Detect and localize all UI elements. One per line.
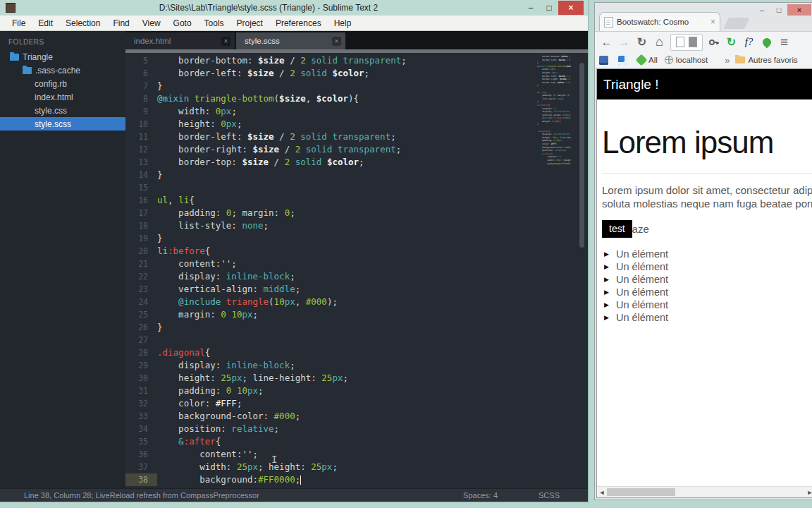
close-button[interactable]: × <box>558 1 584 15</box>
sidebar-item-style-scss[interactable]: style.scss <box>0 117 125 131</box>
line-number: 37 <box>125 461 157 473</box>
line-number: 32 <box>125 397 157 410</box>
sidebar-item-sass-cache[interactable]: .sass-cache <box>0 64 125 77</box>
minimize-button[interactable]: – <box>522 1 540 14</box>
code-line-16: 16ul, li{ <box>125 194 588 207</box>
line-number: 19 <box>125 232 157 245</box>
browser-minimize-button[interactable]: – <box>753 4 770 16</box>
code-lines: 5 border-bottom: $size / 2 solid transpa… <box>125 54 588 486</box>
sidebar-item-label: .sass-cache <box>35 66 80 75</box>
bookmark-localhost-label: localhost <box>676 56 708 64</box>
key-glyph <box>708 37 720 48</box>
tab-close-icon[interactable]: × <box>332 37 341 46</box>
f-help-extension-button[interactable]: f? <box>740 34 758 51</box>
sidebar-item-Triangle[interactable]: Triangle <box>0 50 125 64</box>
bookmarks-overflow-chevron-icon[interactable]: » <box>725 55 730 66</box>
status-position: Line 38, Column 28; LiveReload refresh f… <box>0 491 463 500</box>
sidebar-item-label: config.rb <box>35 79 67 89</box>
vertical-scrollbar[interactable] <box>579 63 584 248</box>
editor-tab-style-scss[interactable]: style.scss× <box>236 32 345 49</box>
code-line-36: 36 content:''; <box>125 448 588 461</box>
list-item-label: Un élément <box>616 299 668 310</box>
tab-close-icon[interactable]: × <box>710 17 715 27</box>
browser-maximize-button[interactable]: □ <box>770 4 787 16</box>
line-number: 35 <box>125 435 157 448</box>
sidebar-item-style-css[interactable]: style.css <box>0 104 125 117</box>
new-tab-button[interactable] <box>723 18 749 29</box>
line-number: 23 <box>125 283 157 296</box>
horizontal-scrollbar[interactable]: ◄ ► <box>597 486 812 497</box>
spaces-indicator[interactable]: Spaces: 4 <box>463 491 539 500</box>
menu-item-project[interactable]: Project <box>230 18 269 28</box>
back-button[interactable]: ← <box>598 34 615 51</box>
code-line-27: 27 <box>125 334 588 346</box>
scroll-left-icon[interactable]: ◄ <box>597 489 607 496</box>
forward-button[interactable]: → <box>615 34 633 51</box>
menu-item-edit[interactable]: Edit <box>32 18 59 28</box>
menu-item-file[interactable]: File <box>6 18 32 28</box>
diagonal-after-text: aze <box>632 223 649 235</box>
sublime-window: D:\Sites\Lab\Triangle\style.scss (Triang… <box>0 0 588 502</box>
code-line-19: 19} <box>125 232 588 245</box>
line-number: 8 <box>125 92 157 105</box>
code-line-14: 14} <box>125 169 588 181</box>
livereload-extension-button[interactable]: ↻ <box>722 34 740 51</box>
menu-item-preferences[interactable]: Preferences <box>269 18 328 28</box>
home-button[interactable]: ⌂ <box>651 34 668 51</box>
line-number: 20 <box>125 245 157 258</box>
line-number: 11 <box>125 131 157 143</box>
bookmark-all[interactable]: All <box>637 56 658 64</box>
bookmark-app-2[interactable] <box>618 56 630 65</box>
page-icon <box>676 37 684 47</box>
code-line-12: 12 border-right: $size / 2 solid transpa… <box>125 143 588 156</box>
folder-icon <box>23 67 32 74</box>
menu-item-tools[interactable]: Tools <box>198 18 230 28</box>
editor-tab-index-html[interactable]: index.html× <box>125 32 235 49</box>
bookmark-other-favorites[interactable]: Autres favoris <box>735 56 797 64</box>
sublime-titlebar[interactable]: D:\Sites\Lab\Triangle\style.scss (Triang… <box>0 0 588 16</box>
minimap[interactable]: border-bottom: $size / 2 solid transpare… <box>537 55 571 168</box>
line-number: 24 <box>125 296 157 308</box>
browser-close-button[interactable]: × <box>787 4 811 16</box>
sidebar-item-index-html[interactable]: index.html <box>0 90 125 104</box>
code-line-10: 10 height: 0px; <box>125 118 588 131</box>
folder-icon <box>10 54 19 61</box>
maximize-button[interactable]: □ <box>540 1 558 14</box>
menu-item-goto[interactable]: Goto <box>167 18 198 28</box>
sublime-app-icon <box>6 3 16 13</box>
code-line-34: 34 position: relative; <box>125 423 588 435</box>
sidebar-item-label: style.scss <box>35 119 71 129</box>
diagonal-row: test aze <box>602 220 812 238</box>
scrollbar-thumb[interactable] <box>607 488 675 496</box>
menu-item-find[interactable]: Find <box>106 18 135 28</box>
code-line-25: 25 margin: 0 10px; <box>125 308 588 321</box>
code-line-20: 20li:before{ <box>125 245 588 258</box>
triangle-bullet-icon: ▶ <box>604 263 609 270</box>
syntax-indicator[interactable]: SCSS <box>539 491 588 500</box>
code-area[interactable]: 5 border-bottom: $size / 2 solid transpa… <box>125 53 588 488</box>
line-number: 27 <box>125 334 157 346</box>
scroll-right-icon[interactable]: ► <box>805 489 812 496</box>
sidebar: FOLDERS Triangle.sass-cacheconfig.rbinde… <box>0 31 125 488</box>
menu-item-help[interactable]: Help <box>328 18 358 28</box>
bookmark-app-1[interactable] <box>599 56 611 65</box>
browser-tab[interactable]: Bootswatch: Cosmo × <box>599 12 720 31</box>
livereload-page-toggle[interactable] <box>670 34 703 51</box>
menu-item-selection[interactable]: Selection <box>59 18 106 28</box>
reload-button[interactable]: ↻ <box>633 34 651 51</box>
tab-close-icon[interactable]: × <box>221 37 230 46</box>
key-icon[interactable] <box>705 34 722 51</box>
list-item-label: Un élément <box>616 274 668 285</box>
sidebar-item-config-rb[interactable]: config.rb <box>0 77 125 90</box>
location-pin-button[interactable] <box>758 34 775 51</box>
code-line-13: 13 border-top: $size / 2 solid $color; <box>125 156 588 169</box>
code-line-31: 31 padding: 0 10px; <box>125 385 588 397</box>
line-number: 38 <box>125 473 157 486</box>
list-item-label: Un élément <box>616 248 668 260</box>
code-line-6: border-left: $size / 2 solid $color; <box>537 59 571 62</box>
browser-menu-button[interactable]: ≡ <box>775 34 793 51</box>
diagonal-test-chip: test <box>602 220 632 238</box>
menu-item-view[interactable]: View <box>136 18 167 28</box>
line-number: 29 <box>125 359 157 372</box>
bookmark-localhost[interactable]: localhost <box>665 56 708 64</box>
